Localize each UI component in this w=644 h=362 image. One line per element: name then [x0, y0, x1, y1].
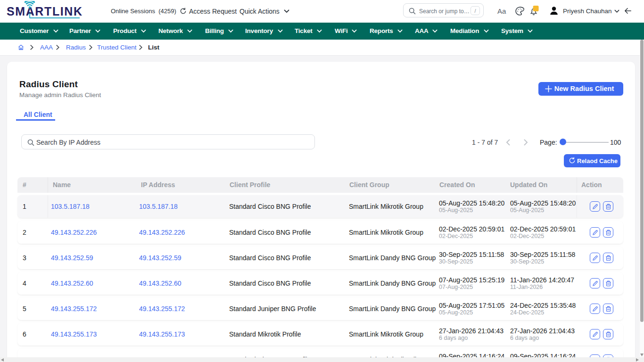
svg-text:SMARTLINK: SMARTLINK — [7, 5, 83, 18]
